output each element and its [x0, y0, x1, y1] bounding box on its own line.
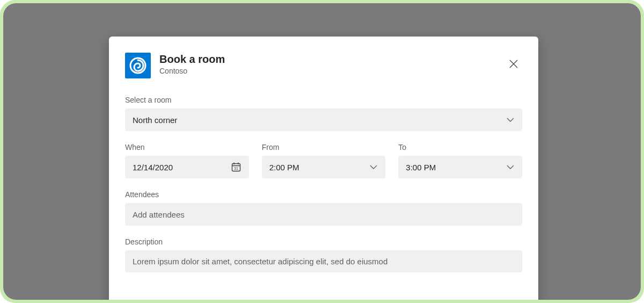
- description-textarea[interactable]: Lorem ipsum dolor sit amet, consectetur …: [125, 250, 522, 272]
- to-time-select[interactable]: 3:00 PM: [398, 156, 522, 178]
- room-select[interactable]: North corner: [125, 109, 522, 131]
- dialog-header: Book a room Contoso: [125, 53, 522, 78]
- chevron-down-icon: [369, 163, 378, 171]
- chevron-down-icon: [506, 163, 515, 171]
- room-value: North corner: [133, 116, 177, 125]
- attendees-input[interactable]: Add attendees: [125, 203, 522, 226]
- attendees-field: Attendees Add attendees: [125, 190, 522, 226]
- svg-text:31: 31: [234, 167, 238, 170]
- from-value: 2:00 PM: [269, 163, 299, 172]
- description-label: Description: [125, 237, 522, 246]
- description-field: Description Lorem ipsum dolor sit amet, …: [125, 237, 522, 272]
- room-field: Select a room North corner: [125, 96, 522, 131]
- to-field: To 3:00 PM: [398, 143, 522, 178]
- from-time-select[interactable]: 2:00 PM: [262, 156, 386, 178]
- when-date-input[interactable]: 12/14/2020 31: [125, 156, 249, 178]
- when-field: When 12/14/2020 31: [125, 143, 249, 178]
- chevron-down-icon: [506, 116, 515, 124]
- close-icon: [508, 59, 519, 71]
- title-block: Book a room Contoso: [159, 53, 225, 75]
- to-value: 3:00 PM: [406, 163, 436, 172]
- time-row: When 12/14/2020 31 From: [125, 143, 522, 178]
- from-label: From: [262, 143, 386, 152]
- close-button[interactable]: [505, 56, 522, 73]
- when-label: When: [125, 143, 249, 152]
- app-spiral-icon: [125, 53, 151, 78]
- stage-background: Book a room Contoso Select a room Nort: [3, 3, 641, 300]
- from-field: From 2:00 PM: [262, 143, 386, 178]
- description-value: Lorem ipsum dolor sit amet, consectetur …: [133, 257, 387, 266]
- attendees-label: Attendees: [125, 190, 522, 199]
- outer-frame: Book a room Contoso Select a room Nort: [0, 0, 644, 303]
- when-value: 12/14/2020: [133, 163, 173, 172]
- header-left: Book a room Contoso: [125, 53, 225, 78]
- book-room-dialog: Book a room Contoso Select a room Nort: [109, 37, 538, 300]
- to-label: To: [398, 143, 522, 152]
- dialog-subtitle: Contoso: [159, 67, 225, 75]
- calendar-icon: 31: [231, 162, 241, 172]
- room-label: Select a room: [125, 96, 522, 104]
- attendees-placeholder: Add attendees: [133, 210, 185, 219]
- dialog-title: Book a room: [159, 53, 225, 66]
